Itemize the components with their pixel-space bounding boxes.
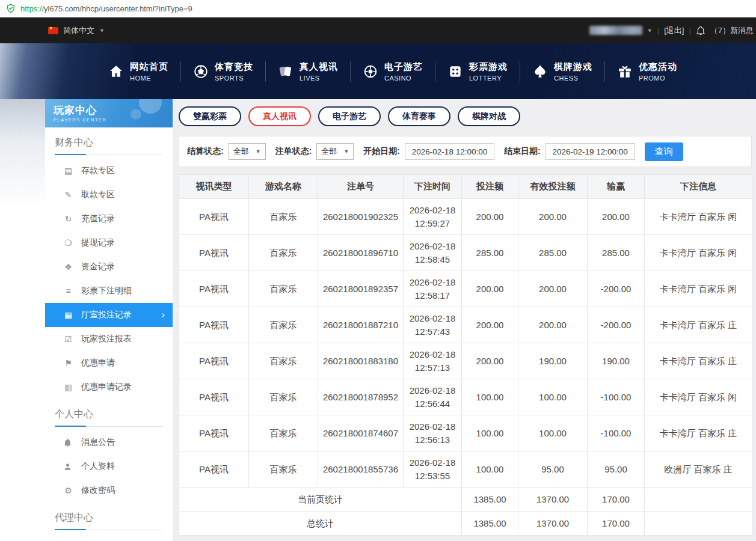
spade-icon	[532, 64, 548, 79]
summary-value: 1370.00	[518, 488, 588, 512]
sidebar-item-label: 充值记录	[81, 213, 115, 224]
table-cell: 100.00	[518, 379, 588, 415]
sidebar-item[interactable]: ▦厅室投注记录›	[45, 303, 173, 327]
nav-item-lottery[interactable]: 彩票游戏LOTTERY	[435, 61, 520, 82]
table-cell: 260218001883180	[318, 343, 404, 379]
table-cell: 2026-02-18 12:58:45	[404, 235, 462, 271]
sidebar-item[interactable]: ❍提现记录›	[45, 231, 173, 255]
nav-label-cn: 体育竞技	[215, 61, 253, 73]
start-date-label: 开始日期:	[363, 146, 400, 157]
table-cell: 95.00	[588, 451, 645, 488]
category-tab[interactable]: 体育赛事	[388, 106, 450, 126]
order-status-select[interactable]: 全部 ▼	[316, 143, 354, 160]
settle-status-value: 全部	[233, 146, 249, 157]
nav-label-cn: 棋牌游戏	[554, 61, 592, 73]
roulette-icon	[363, 64, 378, 79]
nav-label-cn: 彩票游戏	[469, 61, 508, 73]
sidebar-item[interactable]: ▤存款专区›	[45, 159, 173, 183]
table-cell: 100.00	[462, 415, 518, 451]
table-cell: 100.00	[518, 415, 588, 451]
table-body: PA视讯百家乐2602180019023252026-02-18 12:59:2…	[179, 199, 752, 536]
sidebar-subtitle: PLAYERS CENTER	[54, 117, 173, 123]
logout-link[interactable]: [退出]	[664, 25, 684, 36]
deposit-card-icon: ▤	[63, 166, 73, 176]
table-row: PA视讯百家乐2602180018872102026-02-18 12:57:4…	[179, 307, 752, 343]
nav-label-en: CASINO	[384, 75, 423, 82]
column-header: 下注时间	[404, 175, 462, 199]
table-cell: PA视讯	[179, 379, 249, 415]
nav-item-promo[interactable]: 优惠活动PROMO	[605, 61, 689, 82]
table-row: PA视讯百家乐2602180018831802026-02-18 12:57:1…	[179, 343, 752, 379]
recharge-records-icon: ↻	[63, 214, 73, 224]
sidebar-item[interactable]: ✎取款专区›	[45, 183, 173, 207]
chevron-down-icon[interactable]: ▼	[647, 28, 653, 34]
url-text[interactable]: https://yl675.com/hhcp/usercenter.html?i…	[20, 4, 192, 13]
nav-item-home[interactable]: 网站首页HOME	[96, 61, 180, 82]
nav-item-lives[interactable]: 真人视讯LIVES	[266, 61, 350, 82]
sidebar-item-label: 资金记录	[81, 261, 115, 272]
summary-value: 1385.00	[462, 488, 518, 512]
column-header: 投注额	[462, 175, 518, 199]
messages-link[interactable]: （7）新消息	[710, 25, 754, 36]
player-report-icon: ☑	[63, 334, 73, 344]
nav-label-en: LIVES	[300, 75, 338, 82]
username-redacted[interactable]	[589, 26, 642, 35]
search-button[interactable]: 查询	[645, 142, 683, 161]
chevron-down-icon[interactable]: ▼	[99, 28, 105, 34]
summary-value: 1385.00	[462, 512, 518, 536]
hall-bet-records-icon: ▦	[63, 310, 73, 320]
category-tab[interactable]: 雙赢彩票	[179, 106, 241, 126]
table-cell: 2026-02-18 12:59:27	[404, 199, 462, 235]
sidebar-item[interactable]: 个人资料›	[45, 454, 173, 478]
category-tab[interactable]: 电子游艺	[318, 106, 381, 126]
filter-bar: 结算状态: 全部 ▼ 注单状态: 全部 ▼ 开始日期: 结束日期: 查询	[179, 136, 752, 167]
table-cell: 百家乐	[249, 307, 318, 343]
sidebar-item[interactable]: ❐代理规则说明›	[45, 534, 173, 541]
column-header: 输赢	[588, 175, 645, 199]
sidebar-item[interactable]: ⚙修改密码›	[45, 478, 173, 503]
sidebar-item-label: 玩家投注报表	[81, 334, 132, 344]
person-icon	[63, 462, 73, 471]
sidebar-item[interactable]: ☑玩家投注报表›	[45, 327, 173, 351]
end-date-input[interactable]	[545, 143, 635, 160]
table-cell: 2026-02-18 12:57:43	[404, 307, 462, 343]
divider: |	[689, 26, 690, 35]
withdraw-records-icon: ❍	[63, 238, 73, 248]
bell-icon[interactable]	[696, 26, 705, 35]
sidebar-item[interactable]: ▥优惠申请记录›	[45, 375, 173, 399]
category-tab[interactable]: 真人视讯	[248, 106, 311, 126]
table-cell: 95.00	[518, 451, 588, 488]
nav-item-chess[interactable]: 棋牌游戏CHESS	[520, 61, 604, 82]
nav-item-sports[interactable]: 体育竞技SPORTS	[181, 61, 265, 82]
table-cell: 2026-02-18 12:58:17	[404, 271, 462, 307]
chevron-right-icon: ›	[161, 309, 165, 321]
sidebar-item[interactable]: 消息公告›	[45, 430, 173, 454]
sidebar-item-label: 厅室投注记录	[81, 310, 132, 320]
sidebar-item-label: 消息公告	[81, 437, 115, 448]
sidebar-item[interactable]: ≡彩票下注明细›	[45, 279, 173, 303]
sidebar-item[interactable]: ⚑优惠申请›	[45, 351, 173, 375]
sidebar-item[interactable]: ↻充值记录›	[45, 207, 173, 231]
start-date-input[interactable]	[405, 143, 494, 160]
table-cell: 卡卡湾厅 百家乐 闲	[645, 235, 752, 271]
summary-value: 170.00	[588, 512, 645, 536]
table-cell: 200.00	[462, 307, 518, 343]
page-body: 玩家中心 PLAYERS CENTER 财务中心▤存款专区›✎取款专区›↻充值记…	[0, 99, 756, 541]
nav-label-en: CHESS	[554, 75, 592, 82]
nav-item-casino[interactable]: 电子游艺CASINO	[351, 61, 435, 82]
settle-status-select[interactable]: 全部 ▼	[229, 143, 266, 160]
divider: |	[657, 26, 659, 35]
left-gutter	[0, 99, 45, 541]
security-shield-icon	[6, 4, 16, 13]
table-row: PA视讯百家乐2602180018789522026-02-18 12:56:4…	[179, 379, 752, 415]
nav-label-cn: 网站首页	[130, 61, 168, 73]
nav-label-en: SPORTS	[215, 75, 253, 82]
category-tab[interactable]: 棋牌对战	[458, 106, 520, 126]
table-cell: 百家乐	[249, 415, 318, 451]
language-selector[interactable]: 简体中文	[63, 25, 94, 36]
table-cell: 285.00	[462, 235, 518, 271]
promo-apply-icon: ⚑	[63, 358, 73, 368]
summary-row: 总统计1385.001370.00170.00	[179, 512, 752, 536]
promo-records-icon: ▥	[63, 382, 73, 392]
sidebar-item[interactable]: ❖资金记录›	[45, 255, 173, 279]
